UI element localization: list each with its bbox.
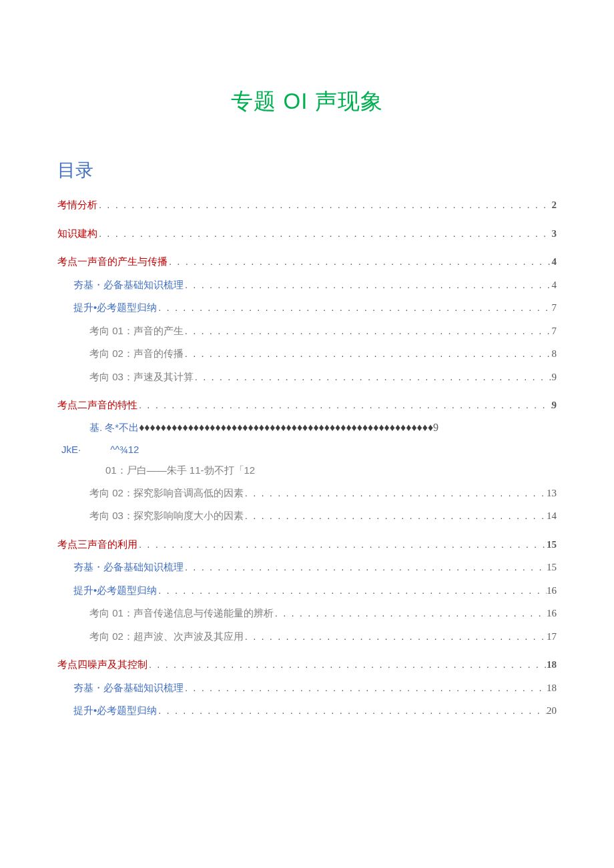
toc-page: 9 — [433, 422, 438, 433]
toc-entry[interactable]: 夯基・必备基础知识梳理 . . . . . . . . . . . . . . … — [57, 681, 557, 695]
toc-leader: . . . . . . . . . . . . . . . . . . . . … — [244, 630, 547, 643]
toc-entry[interactable]: 考点三声音的利用 . . . . . . . . . . . . . . . .… — [57, 538, 557, 552]
toc-page: 15 — [547, 561, 557, 574]
toc-label: 夯基・必备基础知识梳理 — [73, 560, 184, 574]
toc-label: 考点三声音的利用 — [57, 538, 137, 551]
toc-leader: . . . . . . . . . . . . . . . . . . . . … — [137, 398, 552, 412]
toc-page: 7 — [552, 302, 557, 315]
toc-entry-garbled[interactable]: 基. 冬*不出♦♦♦♦♦♦♦♦♦♦♦♦♦♦♦♦♦♦♦♦♦♦♦♦♦♦♦♦♦♦♦♦♦… — [57, 422, 557, 434]
toc-leader: . . . . . . . . . . . . . . . . . . . . … — [168, 255, 552, 268]
table-of-contents: 考情分析 . . . . . . . . . . . . . . . . . .… — [57, 198, 557, 718]
toc-label: 基. 冬*不出 — [89, 422, 139, 433]
toc-heading: 目录 — [57, 158, 557, 182]
toc-label: 01：尸白——朱手 11-勃不打「12 — [105, 464, 255, 476]
toc-page: 17 — [547, 630, 557, 644]
toc-label: 知识建构 — [57, 227, 97, 240]
toc-leader: . . . . . . . . . . . . . . . . . . . . … — [157, 584, 547, 597]
toc-page: 18 — [547, 659, 557, 672]
toc-leader: . . . . . . . . . . . . . . . . . . . . … — [244, 509, 547, 522]
toc-page: 20 — [547, 705, 557, 718]
toc-leader: . . . . . . . . . . . . . . . . . . . . … — [194, 370, 552, 384]
toc-entry[interactable]: 考向 02：探究影响音调高低的因素 . . . . . . . . . . . … — [57, 486, 557, 500]
toc-label: ^^¾12 — [110, 444, 139, 455]
toc-label: 考向 02：超声波、次声波及其应用 — [89, 630, 244, 643]
toc-label: 考向 01：声音的产生 — [89, 324, 184, 338]
toc-page: 4 — [552, 256, 557, 269]
toc-leader: . . . . . . . . . . . . . . . . . . . . … — [184, 681, 547, 695]
toc-entry[interactable]: 考向 03：声速及其计算 . . . . . . . . . . . . . .… — [57, 370, 557, 384]
toc-entry[interactable]: 考点一声音的产生与传播 . . . . . . . . . . . . . . … — [57, 255, 557, 269]
toc-entry[interactable]: 考向 01：声音传递信息与传递能量的辨析 . . . . . . . . . .… — [57, 606, 557, 620]
toc-page: 9 — [552, 371, 557, 384]
toc-page: 16 — [547, 607, 557, 620]
toc-page: 2 — [552, 199, 557, 212]
toc-label: 提升•必考题型归纳 — [73, 704, 157, 717]
toc-entry[interactable]: 考向 03：探究影响响度大小的因素 . . . . . . . . . . . … — [57, 509, 557, 523]
toc-entry[interactable]: 提升•必考题型归纳 . . . . . . . . . . . . . . . … — [57, 301, 557, 315]
toc-page: 13 — [547, 487, 557, 500]
toc-entry[interactable]: 考向 02：超声波、次声波及其应用 . . . . . . . . . . . … — [57, 630, 557, 644]
toc-entry[interactable]: 提升•必考题型归纳 . . . . . . . . . . . . . . . … — [57, 584, 557, 598]
toc-leader: . . . . . . . . . . . . . . . . . . . . … — [184, 560, 547, 574]
toc-leader: . . . . . . . . . . . . . . . . . . . . … — [147, 658, 547, 671]
toc-page: 15 — [547, 538, 557, 552]
toc-page: 7 — [552, 325, 557, 338]
toc-leader: . . . . . . . . . . . . . . . . . . . . … — [157, 301, 551, 314]
toc-leader: . . . . . . . . . . . . . . . . . . . . … — [184, 324, 552, 338]
toc-entry-garbled[interactable]: 01：尸白——朱手 11-勃不打「12 — [57, 464, 557, 477]
toc-entry[interactable]: 夯基・必备基础知识梳理 . . . . . . . . . . . . . . … — [57, 278, 557, 292]
toc-label: 考向 01：声音传递信息与传递能量的辨析 — [89, 606, 274, 620]
toc-label: 夯基・必备基础知识梳理 — [73, 681, 184, 695]
toc-entry[interactable]: 提升•必考题型归纳 . . . . . . . . . . . . . . . … — [57, 704, 557, 718]
toc-page: 18 — [547, 682, 557, 695]
toc-page: 3 — [552, 228, 557, 241]
toc-label: 提升•必考题型归纳 — [73, 584, 157, 597]
toc-page: 14 — [547, 510, 557, 523]
toc-leader: . . . . . . . . . . . . . . . . . . . . … — [184, 347, 552, 360]
toc-label: 考点二声音的特性 — [57, 398, 137, 412]
toc-label: 考点一声音的产生与传播 — [57, 255, 168, 268]
toc-entry[interactable]: 考向 01：声音的产生 . . . . . . . . . . . . . . … — [57, 324, 557, 338]
toc-entry[interactable]: 考向 02：声音的传播 . . . . . . . . . . . . . . … — [57, 347, 557, 361]
toc-leader: . . . . . . . . . . . . . . . . . . . . … — [157, 704, 547, 717]
toc-leader: . . . . . . . . . . . . . . . . . . . . … — [97, 198, 552, 211]
toc-label: 提升•必考题型归纳 — [73, 301, 157, 314]
toc-label: 考向 02：探究影响音调高低的因素 — [89, 486, 244, 500]
toc-label: 考向 02：声音的传播 — [89, 347, 184, 360]
toc-entry[interactable]: 知识建构 . . . . . . . . . . . . . . . . . .… — [57, 227, 557, 241]
toc-leader: ♦♦♦♦♦♦♦♦♦♦♦♦♦♦♦♦♦♦♦♦♦♦♦♦♦♦♦♦♦♦♦♦♦♦♦♦♦♦♦♦… — [139, 422, 433, 433]
toc-entry[interactable]: 考点四噪声及其控制 . . . . . . . . . . . . . . . … — [57, 658, 557, 672]
toc-page: 16 — [547, 584, 557, 598]
toc-entry[interactable]: 考点二声音的特性 . . . . . . . . . . . . . . . .… — [57, 398, 557, 412]
toc-label: 考向 03：探究影响响度大小的因素 — [89, 509, 244, 522]
toc-leader: . . . . . . . . . . . . . . . . . . . . … — [137, 538, 547, 551]
toc-page: 8 — [552, 348, 557, 361]
toc-leader: . . . . . . . . . . . . . . . . . . . . … — [274, 606, 547, 620]
toc-label: 考向 03：声速及其计算 — [89, 370, 194, 384]
toc-page: 9 — [552, 399, 557, 412]
document-title: 专题 OI 声现象 — [57, 87, 557, 117]
toc-leader: . . . . . . . . . . . . . . . . . . . . … — [244, 486, 547, 500]
toc-entry[interactable]: 考情分析 . . . . . . . . . . . . . . . . . .… — [57, 198, 557, 212]
toc-page: 4 — [552, 279, 557, 292]
toc-label: 考情分析 — [57, 198, 97, 211]
toc-label: JkE· — [61, 444, 81, 455]
toc-leader: . . . . . . . . . . . . . . . . . . . . … — [97, 227, 552, 240]
toc-label: 考点四噪声及其控制 — [57, 658, 147, 671]
toc-leader: . . . . . . . . . . . . . . . . . . . . … — [184, 278, 552, 292]
toc-label: 夯基・必备基础知识梳理 — [73, 278, 184, 292]
toc-entry[interactable]: 夯基・必备基础知识梳理 . . . . . . . . . . . . . . … — [57, 560, 557, 574]
toc-entry-garbled[interactable]: JkE·^^¾12 — [57, 444, 557, 455]
